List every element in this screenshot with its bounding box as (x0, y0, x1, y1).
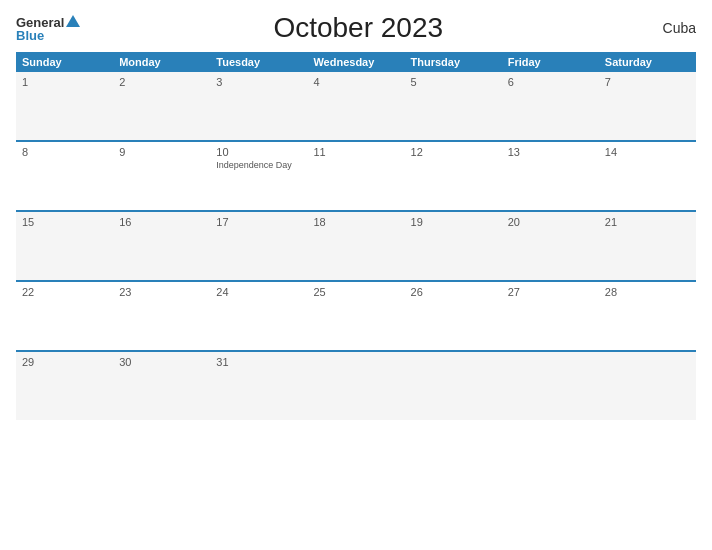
day-number: 23 (119, 286, 204, 298)
calendar-cell[interactable]: 28 (599, 282, 696, 350)
day-number: 19 (411, 216, 496, 228)
day-number: 1 (22, 76, 107, 88)
logo-general-text: General (16, 16, 64, 29)
day-number: 29 (22, 356, 107, 368)
calendar-body: 12345678910Independence Day1112131415161… (16, 72, 696, 420)
day-number: 3 (216, 76, 301, 88)
calendar-week-3: 15161718192021 (16, 212, 696, 282)
day-number: 20 (508, 216, 593, 228)
event-label: Independence Day (216, 160, 301, 170)
calendar-cell[interactable]: 20 (502, 212, 599, 280)
day-number: 31 (216, 356, 301, 368)
calendar-cell[interactable]: 14 (599, 142, 696, 210)
calendar-cell[interactable]: 15 (16, 212, 113, 280)
calendar-title: October 2023 (80, 12, 636, 44)
day-number: 26 (411, 286, 496, 298)
calendar-cell[interactable]: 25 (307, 282, 404, 350)
country-label: Cuba (636, 20, 696, 36)
calendar-cell[interactable]: 4 (307, 72, 404, 140)
day-number: 21 (605, 216, 690, 228)
day-number: 7 (605, 76, 690, 88)
calendar-cell[interactable]: 17 (210, 212, 307, 280)
col-saturday: Saturday (599, 52, 696, 72)
calendar-day-headers: Sunday Monday Tuesday Wednesday Thursday… (16, 52, 696, 72)
calendar-cell[interactable]: 30 (113, 352, 210, 420)
day-number: 28 (605, 286, 690, 298)
col-thursday: Thursday (405, 52, 502, 72)
day-number: 18 (313, 216, 398, 228)
day-number: 27 (508, 286, 593, 298)
day-number: 25 (313, 286, 398, 298)
calendar-week-5: 293031 (16, 352, 696, 420)
calendar-cell[interactable]: 31 (210, 352, 307, 420)
calendar-cell[interactable]: 11 (307, 142, 404, 210)
calendar-cell[interactable]: 18 (307, 212, 404, 280)
calendar-cell[interactable]: 8 (16, 142, 113, 210)
calendar-week-1: 1234567 (16, 72, 696, 142)
day-number: 22 (22, 286, 107, 298)
day-number: 11 (313, 146, 398, 158)
calendar-page: General Blue October 2023 Cuba Sunday Mo… (0, 0, 712, 550)
calendar-cell[interactable]: 23 (113, 282, 210, 350)
col-friday: Friday (502, 52, 599, 72)
calendar-cell[interactable]: 9 (113, 142, 210, 210)
calendar-cell[interactable]: 24 (210, 282, 307, 350)
calendar-cell[interactable]: 6 (502, 72, 599, 140)
calendar-cell[interactable]: 21 (599, 212, 696, 280)
calendar-cell[interactable]: 22 (16, 282, 113, 350)
day-number: 2 (119, 76, 204, 88)
calendar-cell[interactable]: 26 (405, 282, 502, 350)
day-number: 30 (119, 356, 204, 368)
calendar-cell[interactable]: 19 (405, 212, 502, 280)
col-tuesday: Tuesday (210, 52, 307, 72)
calendar-cell[interactable]: 5 (405, 72, 502, 140)
calendar-cell[interactable] (405, 352, 502, 420)
calendar-cell[interactable]: 1 (16, 72, 113, 140)
calendar-cell[interactable]: 13 (502, 142, 599, 210)
day-number: 4 (313, 76, 398, 88)
day-number: 9 (119, 146, 204, 158)
calendar-cell[interactable]: 10Independence Day (210, 142, 307, 210)
calendar-cell[interactable] (502, 352, 599, 420)
calendar-cell[interactable]: 3 (210, 72, 307, 140)
header: General Blue October 2023 Cuba (16, 12, 696, 44)
calendar-cell[interactable]: 2 (113, 72, 210, 140)
logo-blue-text: Blue (16, 29, 80, 42)
day-number: 17 (216, 216, 301, 228)
calendar-cell[interactable]: 12 (405, 142, 502, 210)
calendar-week-4: 22232425262728 (16, 282, 696, 352)
calendar-cell[interactable]: 29 (16, 352, 113, 420)
calendar-cell[interactable] (307, 352, 404, 420)
col-monday: Monday (113, 52, 210, 72)
logo-triangle-icon (66, 15, 80, 27)
calendar-week-2: 8910Independence Day11121314 (16, 142, 696, 212)
day-number: 10 (216, 146, 301, 158)
logo: General Blue (16, 15, 80, 42)
calendar-cell[interactable]: 27 (502, 282, 599, 350)
day-number: 15 (22, 216, 107, 228)
day-number: 24 (216, 286, 301, 298)
day-number: 12 (411, 146, 496, 158)
day-number: 6 (508, 76, 593, 88)
day-number: 5 (411, 76, 496, 88)
calendar-cell[interactable]: 16 (113, 212, 210, 280)
day-number: 16 (119, 216, 204, 228)
day-number: 8 (22, 146, 107, 158)
day-number: 13 (508, 146, 593, 158)
col-sunday: Sunday (16, 52, 113, 72)
calendar-cell[interactable] (599, 352, 696, 420)
col-wednesday: Wednesday (307, 52, 404, 72)
calendar-cell[interactable]: 7 (599, 72, 696, 140)
day-number: 14 (605, 146, 690, 158)
